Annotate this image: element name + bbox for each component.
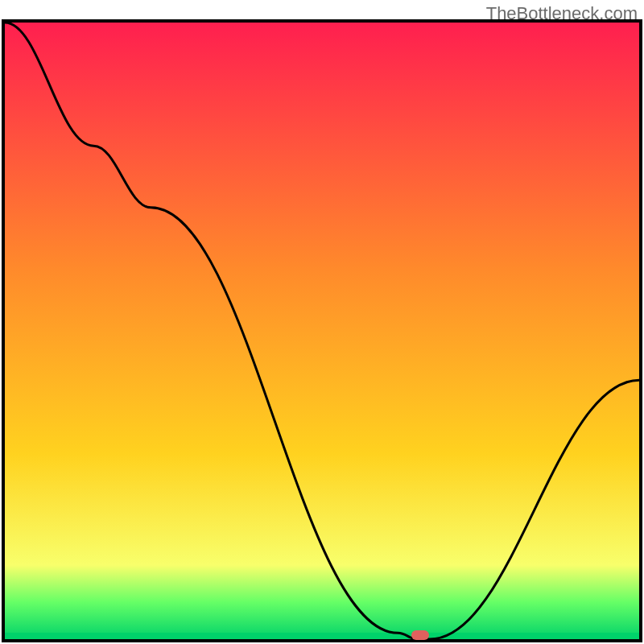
baseline-green-strip	[5, 633, 639, 639]
chart-canvas: TheBottleneck.com	[0, 0, 644, 644]
minimum-marker	[411, 630, 429, 640]
chart-svg	[0, 0, 644, 644]
watermark-text: TheBottleneck.com	[486, 3, 638, 24]
